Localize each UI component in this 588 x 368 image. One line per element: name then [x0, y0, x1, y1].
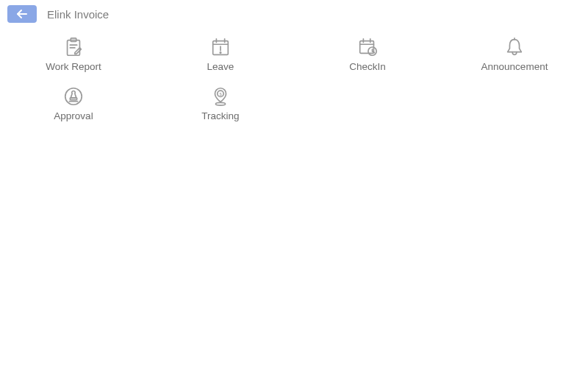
module-tracking[interactable]: $ Tracking [147, 81, 294, 126]
svg-point-24 [215, 102, 225, 105]
module-label: Work Report [46, 61, 101, 72]
arrow-left-icon [16, 9, 28, 19]
module-label: Tracking [201, 110, 239, 121]
header: Elink Invoice [0, 0, 588, 26]
back-button[interactable] [7, 5, 37, 23]
module-label: Approval [54, 110, 93, 121]
svg-point-10 [220, 52, 221, 54]
clipboard-edit-icon [61, 35, 86, 60]
calendar-alert-icon [208, 35, 233, 60]
module-label: Announcement [481, 61, 548, 72]
module-approval[interactable]: Approval [0, 81, 147, 126]
module-label: CheckIn [349, 61, 386, 72]
bell-icon [502, 35, 527, 60]
stamp-icon [61, 84, 86, 109]
module-grid: Work Report Leave [0, 26, 588, 126]
svg-rect-20 [70, 98, 76, 100]
location-dollar-icon: $ [208, 84, 233, 109]
module-checkin[interactable]: CheckIn [294, 32, 441, 77]
module-announcement[interactable]: Announcement [441, 32, 588, 77]
module-work-report[interactable]: Work Report [0, 32, 147, 77]
module-label: Leave [207, 61, 234, 72]
page-title: Elink Invoice [47, 8, 109, 21]
module-leave[interactable]: Leave [147, 32, 294, 77]
calendar-clock-icon [355, 35, 380, 60]
svg-text:$: $ [219, 92, 222, 96]
